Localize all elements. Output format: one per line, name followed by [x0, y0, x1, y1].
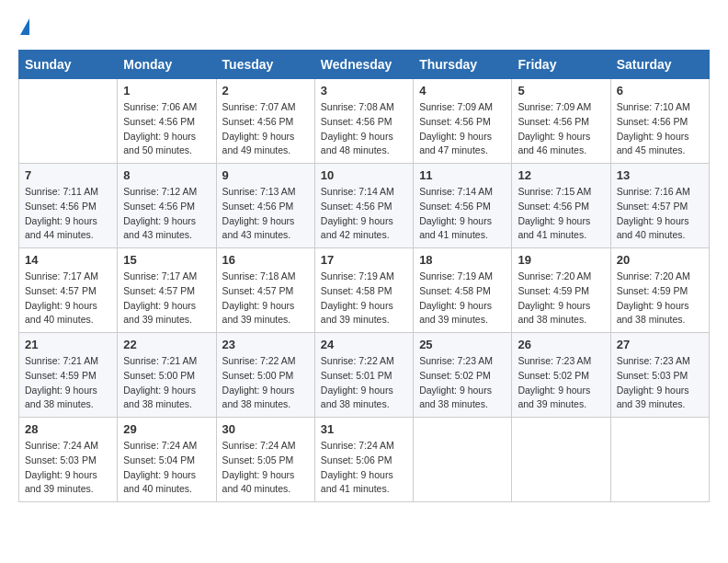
- day-info: Sunrise: 7:10 AM Sunset: 4:56 PM Dayligh…: [617, 100, 703, 158]
- day-info: Sunrise: 7:20 AM Sunset: 4:59 PM Dayligh…: [617, 270, 703, 327]
- day-number: 6: [617, 84, 703, 98]
- calendar-cell: 7Sunrise: 7:11 AM Sunset: 4:56 PM Daylig…: [19, 164, 118, 248]
- calendar-cell: 13Sunrise: 7:16 AM Sunset: 4:57 PM Dayli…: [610, 164, 709, 248]
- column-header-monday: Monday: [118, 51, 216, 79]
- calendar-cell: 14Sunrise: 7:17 AM Sunset: 4:57 PM Dayli…: [19, 248, 118, 333]
- calendar-cell: 26Sunrise: 7:23 AM Sunset: 5:02 PM Dayli…: [512, 333, 610, 418]
- calendar-cell: 18Sunrise: 7:19 AM Sunset: 4:58 PM Dayli…: [414, 248, 512, 333]
- day-info: Sunrise: 7:17 AM Sunset: 4:57 PM Dayligh…: [25, 270, 111, 327]
- day-number: 25: [419, 338, 506, 351]
- day-info: Sunrise: 7:14 AM Sunset: 4:56 PM Dayligh…: [321, 185, 407, 243]
- day-number: 28: [25, 422, 111, 436]
- calendar-cell: 19Sunrise: 7:20 AM Sunset: 4:59 PM Dayli…: [512, 248, 610, 333]
- calendar-cell: 30Sunrise: 7:24 AM Sunset: 5:05 PM Dayli…: [216, 418, 314, 502]
- day-number: 11: [419, 168, 506, 182]
- calendar-cell: 17Sunrise: 7:19 AM Sunset: 4:58 PM Dayli…: [314, 248, 413, 333]
- day-info: Sunrise: 7:23 AM Sunset: 5:02 PM Dayligh…: [518, 354, 604, 412]
- calendar-week-row: 1Sunrise: 7:06 AM Sunset: 4:56 PM Daylig…: [19, 79, 710, 164]
- day-number: 19: [518, 253, 604, 267]
- day-info: Sunrise: 7:14 AM Sunset: 4:56 PM Dayligh…: [419, 185, 506, 243]
- calendar-cell: 1Sunrise: 7:06 AM Sunset: 4:56 PM Daylig…: [118, 79, 216, 164]
- day-info: Sunrise: 7:22 AM Sunset: 5:01 PM Dayligh…: [321, 354, 407, 412]
- day-info: Sunrise: 7:24 AM Sunset: 5:06 PM Dayligh…: [321, 439, 407, 497]
- calendar-cell: 4Sunrise: 7:09 AM Sunset: 4:56 PM Daylig…: [414, 79, 512, 164]
- day-number: 17: [321, 253, 407, 267]
- calendar-cell: 11Sunrise: 7:14 AM Sunset: 4:56 PM Dayli…: [414, 164, 512, 248]
- column-header-tuesday: Tuesday: [216, 51, 314, 79]
- day-number: 24: [321, 338, 407, 351]
- calendar-cell: 9Sunrise: 7:13 AM Sunset: 4:56 PM Daylig…: [216, 164, 314, 248]
- day-number: 2: [222, 84, 309, 98]
- day-number: 16: [222, 253, 309, 267]
- day-number: 13: [617, 168, 703, 182]
- calendar-cell: 16Sunrise: 7:18 AM Sunset: 4:57 PM Dayli…: [216, 248, 314, 333]
- day-number: 20: [617, 253, 703, 267]
- calendar-cell: 23Sunrise: 7:22 AM Sunset: 5:00 PM Dayli…: [216, 333, 314, 418]
- day-info: Sunrise: 7:24 AM Sunset: 5:04 PM Dayligh…: [123, 439, 210, 497]
- day-info: Sunrise: 7:22 AM Sunset: 5:00 PM Dayligh…: [222, 354, 309, 412]
- day-number: 27: [617, 338, 703, 351]
- day-number: 23: [222, 338, 309, 351]
- day-info: Sunrise: 7:21 AM Sunset: 5:00 PM Dayligh…: [123, 354, 210, 412]
- day-info: Sunrise: 7:17 AM Sunset: 4:57 PM Dayligh…: [123, 270, 210, 327]
- calendar-cell: [414, 418, 512, 502]
- day-info: Sunrise: 7:21 AM Sunset: 4:59 PM Dayligh…: [25, 354, 111, 412]
- calendar-cell: 24Sunrise: 7:22 AM Sunset: 5:01 PM Dayli…: [314, 333, 413, 418]
- calendar-cell: 29Sunrise: 7:24 AM Sunset: 5:04 PM Dayli…: [118, 418, 216, 502]
- day-info: Sunrise: 7:09 AM Sunset: 4:56 PM Dayligh…: [518, 100, 604, 158]
- day-info: Sunrise: 7:24 AM Sunset: 5:05 PM Dayligh…: [222, 439, 309, 497]
- calendar-cell: 27Sunrise: 7:23 AM Sunset: 5:03 PM Dayli…: [610, 333, 709, 418]
- day-info: Sunrise: 7:23 AM Sunset: 5:03 PM Dayligh…: [617, 354, 703, 412]
- calendar-week-row: 14Sunrise: 7:17 AM Sunset: 4:57 PM Dayli…: [19, 248, 710, 333]
- calendar-table: SundayMondayTuesdayWednesdayThursdayFrid…: [18, 50, 710, 502]
- calendar-week-row: 28Sunrise: 7:24 AM Sunset: 5:03 PM Dayli…: [19, 418, 710, 502]
- calendar-cell: [610, 418, 709, 502]
- day-info: Sunrise: 7:06 AM Sunset: 4:56 PM Dayligh…: [123, 100, 210, 158]
- day-number: 10: [321, 168, 407, 182]
- day-number: 22: [123, 338, 210, 351]
- day-number: 7: [25, 168, 111, 182]
- day-number: 15: [123, 253, 210, 267]
- page-header: [18, 18, 710, 35]
- day-info: Sunrise: 7:16 AM Sunset: 4:57 PM Dayligh…: [617, 185, 703, 243]
- day-number: 3: [321, 84, 407, 98]
- day-info: Sunrise: 7:13 AM Sunset: 4:56 PM Dayligh…: [222, 185, 309, 243]
- calendar-cell: 8Sunrise: 7:12 AM Sunset: 4:56 PM Daylig…: [118, 164, 216, 248]
- calendar-cell: 12Sunrise: 7:15 AM Sunset: 4:56 PM Dayli…: [512, 164, 610, 248]
- day-number: 29: [123, 422, 210, 436]
- calendar-cell: [19, 79, 118, 164]
- calendar-cell: 25Sunrise: 7:23 AM Sunset: 5:02 PM Dayli…: [414, 333, 512, 418]
- day-info: Sunrise: 7:19 AM Sunset: 4:58 PM Dayligh…: [321, 270, 407, 327]
- day-info: Sunrise: 7:24 AM Sunset: 5:03 PM Dayligh…: [25, 439, 111, 497]
- day-info: Sunrise: 7:07 AM Sunset: 4:56 PM Dayligh…: [222, 100, 309, 158]
- calendar-cell: 20Sunrise: 7:20 AM Sunset: 4:59 PM Dayli…: [610, 248, 709, 333]
- day-info: Sunrise: 7:15 AM Sunset: 4:56 PM Dayligh…: [518, 185, 604, 243]
- column-header-friday: Friday: [512, 51, 610, 79]
- day-number: 26: [518, 338, 604, 351]
- calendar-cell: 22Sunrise: 7:21 AM Sunset: 5:00 PM Dayli…: [118, 333, 216, 418]
- calendar-cell: 3Sunrise: 7:08 AM Sunset: 4:56 PM Daylig…: [314, 79, 413, 164]
- day-number: 1: [123, 84, 210, 98]
- calendar-week-row: 7Sunrise: 7:11 AM Sunset: 4:56 PM Daylig…: [19, 164, 710, 248]
- calendar-cell: 15Sunrise: 7:17 AM Sunset: 4:57 PM Dayli…: [118, 248, 216, 333]
- day-number: 9: [222, 168, 309, 182]
- logo-icon: [20, 18, 29, 35]
- day-number: 21: [25, 338, 111, 351]
- calendar-cell: 28Sunrise: 7:24 AM Sunset: 5:03 PM Dayli…: [19, 418, 118, 502]
- calendar-cell: 10Sunrise: 7:14 AM Sunset: 4:56 PM Dayli…: [314, 164, 413, 248]
- column-header-wednesday: Wednesday: [314, 51, 413, 79]
- day-info: Sunrise: 7:18 AM Sunset: 4:57 PM Dayligh…: [222, 270, 309, 327]
- column-header-thursday: Thursday: [414, 51, 512, 79]
- logo: [18, 18, 29, 35]
- column-header-saturday: Saturday: [610, 51, 709, 79]
- calendar-week-row: 21Sunrise: 7:21 AM Sunset: 4:59 PM Dayli…: [19, 333, 710, 418]
- day-number: 12: [518, 168, 604, 182]
- day-number: 30: [222, 422, 309, 436]
- day-info: Sunrise: 7:12 AM Sunset: 4:56 PM Dayligh…: [123, 185, 210, 243]
- day-info: Sunrise: 7:19 AM Sunset: 4:58 PM Dayligh…: [419, 270, 506, 327]
- day-info: Sunrise: 7:11 AM Sunset: 4:56 PM Dayligh…: [25, 185, 111, 243]
- calendar-cell: 6Sunrise: 7:10 AM Sunset: 4:56 PM Daylig…: [610, 79, 709, 164]
- day-info: Sunrise: 7:08 AM Sunset: 4:56 PM Dayligh…: [321, 100, 407, 158]
- day-number: 5: [518, 84, 604, 98]
- day-number: 18: [419, 253, 506, 267]
